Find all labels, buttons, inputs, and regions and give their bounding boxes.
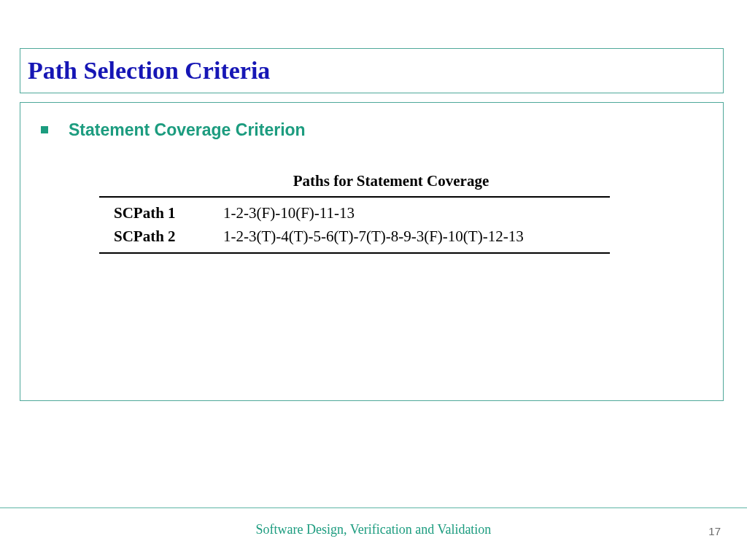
page-number: 17 [708,525,721,537]
bullet-label: Statement Coverage Criterion [69,120,306,140]
table-rule-bottom [99,252,610,254]
table-row: SCPath 2 1-2-3(T)-4(T)-5-6(T)-7(T)-8-9-3… [114,225,610,249]
footer-divider [0,508,747,508]
table-body: SCPath 1 1-2-3(F)-10(F)-11-13 SCPath 2 1… [99,198,610,252]
square-bullet-icon [41,126,48,133]
table-row: SCPath 1 1-2-3(F)-10(F)-11-13 [114,202,610,225]
slide-title: Path Selection Criteria [28,57,270,85]
coverage-table: Paths for Statement Coverage SCPath 1 1-… [99,172,610,254]
title-container: Path Selection Criteria [20,48,724,93]
row-value: 1-2-3(F)-10(F)-11-13 [223,202,355,225]
content-container: Statement Coverage Criterion Paths for S… [20,102,724,401]
row-label: SCPath 1 [114,202,223,225]
row-label: SCPath 2 [114,225,223,249]
table-heading: Paths for Statement Coverage [99,172,610,190]
row-value: 1-2-3(T)-4(T)-5-6(T)-7(T)-8-9-3(F)-10(T)… [223,225,524,249]
footer-label: Software Design, Verification and Valida… [0,522,747,537]
bullet-item: Statement Coverage Criterion [41,120,708,140]
